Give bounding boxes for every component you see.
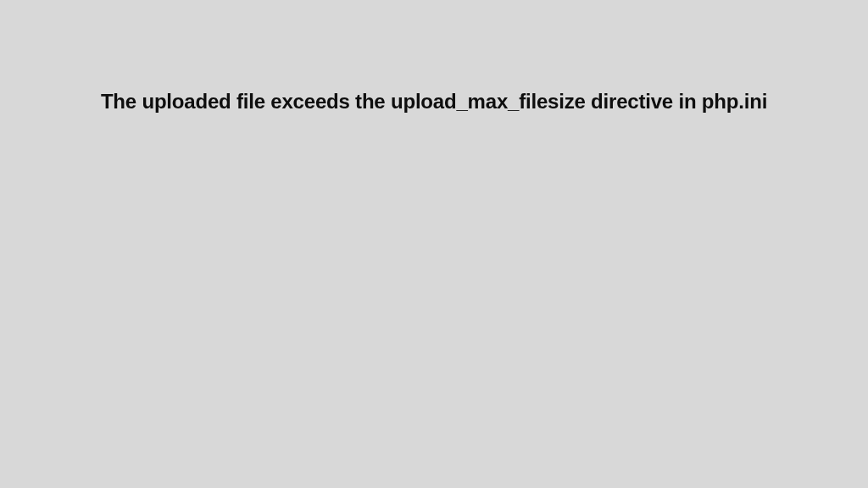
page-container: The uploaded file exceeds the upload_max… — [0, 0, 868, 488]
error-message: The uploaded file exceeds the upload_max… — [0, 90, 868, 114]
